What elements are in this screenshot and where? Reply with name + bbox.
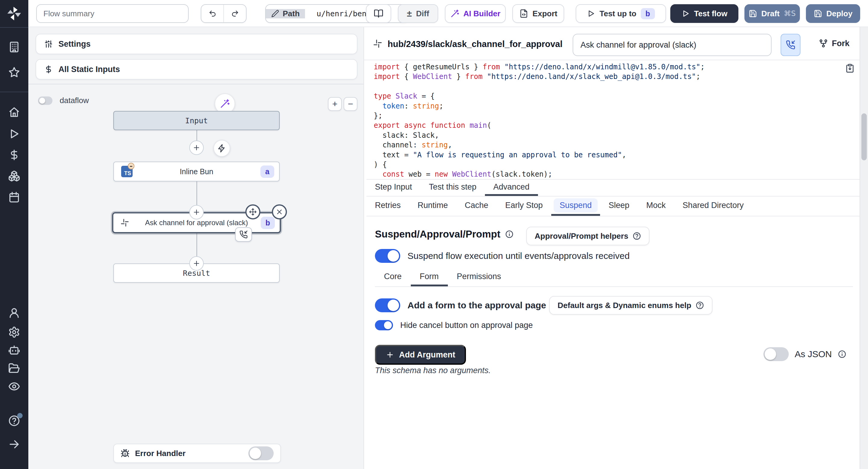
tab-suspend[interactable]: Suspend	[551, 196, 600, 216]
clipboard-icon	[845, 63, 855, 73]
dataflow-toggle[interactable]	[38, 96, 53, 105]
hide-cancel-toggle-row: Hide cancel button on approval page	[375, 320, 533, 330]
tab-sleep[interactable]: Sleep	[600, 196, 638, 216]
sidebar-item-runs-play-icon[interactable]	[8, 128, 20, 140]
tab-form[interactable]: Form	[411, 268, 448, 286]
plus-minus-icon: ±	[407, 8, 412, 19]
dollar-icon	[44, 65, 53, 74]
sidebar-item-user-icon[interactable]	[8, 307, 20, 319]
undo-redo-group	[201, 4, 247, 23]
flow-step-a-node[interactable]: TS Inline Bun a	[113, 162, 280, 182]
step-id-badge: a	[260, 165, 274, 178]
redo-button[interactable]	[224, 5, 246, 22]
zoom-out-button[interactable]: −	[344, 97, 358, 111]
tab-advanced[interactable]: Advanced	[485, 180, 538, 196]
step-id-badge: b	[261, 217, 275, 229]
sidebar-item-settings-gear-icon[interactable]	[8, 326, 20, 338]
app-sidebar	[0, 0, 28, 469]
approval-phone-button[interactable]	[781, 34, 801, 56]
path-label: Path	[283, 9, 300, 19]
code-editor[interactable]: import { getResumeUrls } from "https://d…	[374, 62, 850, 179]
draft-button[interactable]: Draft ⌘S	[744, 4, 800, 23]
test-flow-button[interactable]: Test flow	[670, 4, 738, 23]
play-icon	[587, 9, 595, 18]
delete-step-button[interactable]	[272, 205, 287, 219]
sidebar-item-help-icon[interactable]	[8, 415, 20, 427]
dataflow-label: dataflow	[60, 96, 89, 105]
tab-mock[interactable]: Mock	[638, 196, 674, 216]
info-icon	[505, 230, 514, 239]
scrollbar-thumb[interactable]	[861, 113, 867, 160]
sidebar-expand-arrow-icon[interactable]	[8, 438, 20, 450]
zoom-in-button[interactable]: +	[328, 97, 342, 111]
insert-step-button[interactable]	[189, 205, 204, 219]
fork-button[interactable]: Fork	[818, 39, 849, 48]
tab-test-this-step[interactable]: Test this step	[421, 180, 485, 196]
undo-button[interactable]	[201, 5, 224, 22]
phone-incoming-icon	[239, 230, 248, 239]
default-args-help-button[interactable]: Default args & Dynamic enums help	[549, 296, 712, 315]
help-notification-dot	[17, 413, 23, 418]
tab-retries[interactable]: Retries	[367, 196, 409, 216]
sidebar-item-folders-icon[interactable]	[8, 362, 20, 374]
approval-phone-chip[interactable]	[235, 227, 252, 242]
tab-step-input[interactable]: Step Input	[367, 180, 421, 196]
wand-sparkles-icon	[220, 99, 230, 109]
move-step-button[interactable]	[245, 205, 260, 219]
tab-permissions[interactable]: Permissions	[448, 268, 510, 286]
ai-builder-button[interactable]: AI Builder	[445, 4, 506, 23]
approval-prompt-helpers-button[interactable]: Approval/Prompt helpers	[526, 227, 650, 245]
insert-step-button[interactable]	[189, 256, 204, 271]
path-value: u/henri/ben	[309, 9, 408, 18]
wand-icon	[450, 9, 459, 18]
flow-input-node[interactable]: Input	[113, 111, 280, 130]
file-code-icon	[519, 9, 528, 18]
tab-core[interactable]: Core	[375, 268, 411, 286]
sidebar-item-variables-dollar-icon[interactable]	[8, 149, 20, 161]
slack-icon	[120, 218, 130, 227]
dataflow-toggle-row: dataflow	[38, 96, 89, 105]
tab-shared-directory[interactable]: Shared Directory	[674, 196, 752, 216]
add-form-toggle[interactable]	[375, 299, 400, 312]
as-json-toggle[interactable]	[764, 347, 789, 361]
step-title-input[interactable]: Ask channel for approval (slack)	[572, 34, 772, 56]
deploy-button[interactable]: Deploy	[806, 4, 860, 23]
tab-cache[interactable]: Cache	[456, 196, 497, 216]
error-handler-toggle[interactable]	[248, 446, 274, 460]
insert-step-button[interactable]	[189, 140, 204, 155]
tab-early-stop[interactable]: Early Stop	[497, 196, 551, 216]
trigger-zap-button[interactable]	[213, 140, 230, 157]
suspend-form-tabs: Core Form Permissions	[375, 268, 853, 287]
hide-cancel-toggle[interactable]	[375, 320, 393, 330]
suspend-toggle[interactable]	[375, 249, 400, 263]
sidebar-item-star-icon[interactable]	[8, 66, 20, 79]
copy-code-button[interactable]	[845, 63, 855, 73]
error-handler-card[interactable]: Error Handler	[113, 444, 281, 463]
step-header: hub/2439/slack/ask_channel_for_approval …	[364, 27, 868, 60]
export-button[interactable]: Export	[513, 4, 564, 23]
sidebar-item-home-icon[interactable]	[8, 106, 20, 118]
suspend-section-title: Suspend/Approval/Prompt	[375, 228, 514, 240]
sidebar-item-audit-eye-icon[interactable]	[8, 380, 20, 393]
sidebar-item-schedules-calendar-icon[interactable]	[8, 191, 20, 203]
all-static-inputs-button[interactable]: All Static Inputs	[36, 59, 358, 80]
tab-runtime[interactable]: Runtime	[409, 196, 457, 216]
right-scrollbar[interactable]	[860, 27, 868, 469]
help-circle-icon	[632, 232, 641, 240]
hide-cancel-label: Hide cancel button on approval page	[400, 321, 533, 330]
sidebar-divider	[0, 27, 28, 28]
script-path[interactable]: hub/2439/slack/ask_channel_for_approval	[388, 39, 562, 49]
save-icon	[749, 9, 757, 18]
diff-button[interactable]: ± Diff	[398, 4, 438, 23]
flow-summary-input[interactable]: Flow summary	[36, 4, 189, 23]
flow-settings-button[interactable]: Settings	[36, 34, 358, 54]
docs-book-button[interactable]	[366, 4, 391, 23]
error-handler-label: Error Handler	[135, 449, 243, 458]
test-up-to-button[interactable]: Test up to b	[576, 4, 666, 23]
sidebar-item-workers-bot-icon[interactable]	[8, 344, 20, 356]
add-argument-button[interactable]: Add Argument	[375, 345, 466, 365]
suspend-toggle-label: Suspend flow execution until events/appr…	[407, 251, 629, 261]
windmill-logo-icon[interactable]	[6, 5, 22, 22]
sidebar-item-resources-boxes-icon[interactable]	[8, 170, 20, 182]
sidebar-item-building-icon[interactable]	[8, 41, 20, 53]
